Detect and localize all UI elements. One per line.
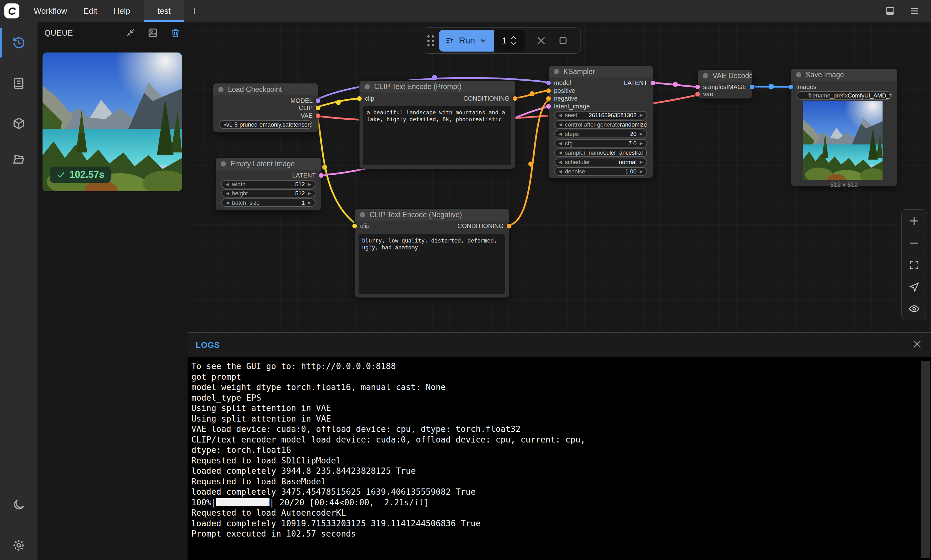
input-port-model[interactable]: model xyxy=(546,79,571,86)
new-workflow-tab-button[interactable] xyxy=(184,0,205,22)
node-header[interactable]: KSampler xyxy=(549,66,653,77)
node-collapse-dot-icon[interactable] xyxy=(365,84,370,89)
node-clip-text-encode-prompt[interactable]: CLIP Text Encode (Prompt) clip CONDITION… xyxy=(359,81,515,169)
output-port-image[interactable]: IMAGE xyxy=(726,83,754,90)
widget-filename-prefix[interactable]: filename_prefix ComfyUI_AMD_test xyxy=(797,91,892,100)
input-port-vae[interactable]: vae xyxy=(695,91,713,97)
sidebar-item-model-library[interactable] xyxy=(0,106,37,141)
widget-height[interactable]: ◀ height 512 ▶ xyxy=(221,189,316,197)
port-dot[interactable] xyxy=(319,173,324,178)
stepper-up-icon[interactable] xyxy=(510,35,517,40)
run-button[interactable]: Run xyxy=(439,30,494,52)
input-port-latent-image[interactable]: latent_image xyxy=(546,103,590,110)
decrement-icon[interactable]: ◀ xyxy=(226,191,229,195)
prompt-textarea[interactable]: a beautiful landscape with mountains and… xyxy=(363,106,511,165)
queue-result-thumbnail[interactable]: 102.57s xyxy=(43,52,182,191)
node-header[interactable]: Load Checkpoint xyxy=(213,83,318,95)
decrement-icon[interactable]: ◀ xyxy=(559,160,562,165)
port-dot[interactable] xyxy=(316,98,321,103)
clear-queue-button[interactable] xyxy=(170,28,181,38)
port-dot[interactable] xyxy=(650,81,655,85)
negative-prompt-textarea[interactable]: blurry, low quality, distorted, deformed… xyxy=(359,234,505,294)
port-dot[interactable] xyxy=(357,96,362,101)
input-port-clip[interactable]: clip xyxy=(357,95,374,102)
decrement-icon[interactable]: ◀ xyxy=(559,141,562,146)
widget-steps[interactable]: ◀ steps 20 ▶ xyxy=(554,130,647,138)
port-dot[interactable] xyxy=(507,224,512,228)
cancel-run-button[interactable] xyxy=(535,35,547,46)
sidebar-item-workflows[interactable] xyxy=(0,142,37,176)
input-port-samples[interactable]: samples xyxy=(695,83,726,90)
theme-toggle-button[interactable] xyxy=(0,488,37,522)
decrement-icon[interactable]: ◀ xyxy=(559,132,562,136)
widget-ckpt-name[interactable]: ◀ v1-5-pruned-emaonly.safetensors ▶ xyxy=(219,120,312,129)
node-collapse-dot-icon[interactable] xyxy=(703,73,708,78)
zoom-out-button[interactable] xyxy=(908,237,920,249)
widget-cfg[interactable]: ◀ cfg 7.0 ▶ xyxy=(554,139,647,148)
node-header[interactable]: CLIP Text Encode (Negative) xyxy=(355,209,509,221)
input-port-images[interactable]: images xyxy=(788,83,816,90)
widget-control-after-generate[interactable]: ◀ control after generate randomize ▶ xyxy=(554,120,647,129)
decrement-icon[interactable]: ◀ xyxy=(226,182,229,186)
node-empty-latent-image[interactable]: Empty Latent Image LATENT ◀ width 512 ▶ … xyxy=(216,158,321,210)
port-dot[interactable] xyxy=(750,85,754,89)
settings-button[interactable] xyxy=(0,528,37,560)
main-menu-button[interactable] xyxy=(909,6,920,16)
port-dot[interactable] xyxy=(546,104,551,109)
workflow-tab-test[interactable]: test xyxy=(144,0,184,22)
node-collapse-dot-icon[interactable] xyxy=(796,72,801,77)
image-view-button[interactable] xyxy=(148,28,158,38)
node-header[interactable]: Empty Latent Image xyxy=(216,158,321,170)
increment-icon[interactable]: ▶ xyxy=(646,150,647,155)
stop-run-button[interactable] xyxy=(557,35,569,46)
increment-icon[interactable]: ▶ xyxy=(308,200,311,205)
widget-width[interactable]: ◀ width 512 ▶ xyxy=(221,180,316,188)
menu-help[interactable]: Help xyxy=(105,0,138,22)
output-port-conditioning[interactable]: CONDITIONING xyxy=(457,223,512,229)
menu-edit[interactable]: Edit xyxy=(75,0,105,22)
port-dot[interactable] xyxy=(352,224,357,228)
output-port-conditioning[interactable]: CONDITIONING xyxy=(463,95,517,102)
node-collapse-dot-icon[interactable] xyxy=(554,69,559,74)
increment-icon[interactable]: ▶ xyxy=(308,182,311,186)
pan-mode-button[interactable] xyxy=(908,281,920,292)
node-graph-canvas[interactable]: Load Checkpoint MODEL CLIP VAE ◀ v1-5-pr… xyxy=(188,22,931,332)
input-port-positive[interactable]: positive xyxy=(546,87,575,94)
port-dot[interactable] xyxy=(546,88,551,93)
node-clip-text-encode-negative[interactable]: CLIP Text Encode (Negative) clip CONDITI… xyxy=(355,209,509,297)
node-collapse-dot-icon[interactable] xyxy=(221,161,226,166)
node-collapse-dot-icon[interactable] xyxy=(360,212,365,217)
port-dot[interactable] xyxy=(695,85,700,89)
node-load-checkpoint[interactable]: Load Checkpoint MODEL CLIP VAE ◀ v1-5-pr… xyxy=(213,83,318,132)
close-logs-button[interactable] xyxy=(912,338,923,350)
node-save-image[interactable]: Save Image images filename_prefix ComfyU… xyxy=(791,69,897,186)
fit-view-button[interactable] xyxy=(908,259,920,271)
output-port-clip[interactable]: CLIP xyxy=(299,105,321,111)
port-dot[interactable] xyxy=(546,96,551,101)
port-dot[interactable] xyxy=(788,85,793,89)
widget-denoise[interactable]: ◀ denoise 1.00 ▶ xyxy=(554,167,647,175)
toggle-link-visibility-button[interactable] xyxy=(908,303,920,315)
decrement-icon[interactable]: ◀ xyxy=(226,200,229,205)
port-dot[interactable] xyxy=(316,114,321,118)
port-dot[interactable] xyxy=(316,106,321,110)
node-header[interactable]: CLIP Text Encode (Prompt) xyxy=(359,81,515,92)
toolbar-drag-handle[interactable] xyxy=(427,35,434,46)
port-dot[interactable] xyxy=(546,81,551,85)
comfyui-logo-icon[interactable]: C xyxy=(5,3,19,18)
menu-workflow[interactable]: Workflow xyxy=(26,0,75,22)
input-port-negative[interactable]: negative xyxy=(546,95,578,102)
widget-scheduler[interactable]: ◀ scheduler normal ▶ xyxy=(554,158,647,166)
increment-icon[interactable]: ▶ xyxy=(308,191,311,195)
sidebar-item-node-library[interactable] xyxy=(0,66,37,101)
sidebar-item-queue-history[interactable] xyxy=(0,26,37,60)
node-collapse-dot-icon[interactable] xyxy=(218,87,224,92)
logs-scrollbar-thumb[interactable] xyxy=(921,361,930,558)
widget-seed[interactable]: ◀ seed 261165963581302 ▶ xyxy=(554,111,647,119)
zoom-in-button[interactable] xyxy=(908,215,920,227)
output-port-vae[interactable]: VAE xyxy=(301,112,321,119)
increment-icon[interactable]: ▶ xyxy=(640,160,643,165)
decrement-icon[interactable]: ◀ xyxy=(559,122,562,127)
output-port-latent[interactable]: LATENT xyxy=(624,79,655,86)
stepper-down-icon[interactable] xyxy=(510,42,517,46)
